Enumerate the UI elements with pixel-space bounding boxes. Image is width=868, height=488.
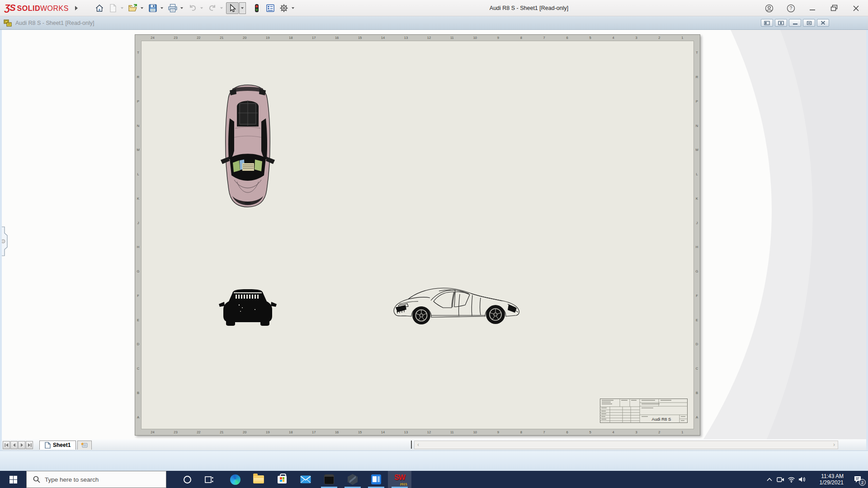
options-dropdown-caret[interactable] (292, 7, 294, 9)
save-button[interactable] (146, 2, 159, 14)
ruler-zone-label: H (135, 235, 141, 259)
solidworks-logo[interactable]: ƷS SOLID WORKS (5, 3, 69, 13)
minimize-icon (809, 5, 816, 11)
taskbar-app-store[interactable] (270, 471, 294, 488)
ruler-zone-label: P (135, 89, 141, 114)
title-block[interactable]: Audi R8 S (600, 399, 688, 423)
ruler-zone-label: B (694, 381, 700, 405)
first-sheet-button[interactable] (3, 441, 10, 449)
doc-restore-button[interactable] (803, 19, 815, 27)
select-tool-button[interactable] (226, 2, 239, 14)
taskbar-app-window[interactable] (364, 471, 388, 488)
scroll-right-arrow[interactable]: › (830, 441, 838, 449)
taskbar-app-command-prompt[interactable] (317, 471, 341, 488)
help-button[interactable]: ? (781, 1, 800, 15)
home-button[interactable] (93, 2, 106, 14)
undo-dropdown-caret[interactable] (200, 7, 203, 9)
drawing-view-front[interactable] (219, 286, 277, 328)
ruler-zone-label: 8 (509, 429, 533, 435)
minimize-button[interactable] (803, 1, 822, 15)
prev-sheet-icon (13, 443, 16, 447)
redo-button[interactable] (206, 2, 219, 14)
pane-right-button[interactable] (775, 19, 787, 27)
document-properties-button[interactable] (264, 2, 277, 14)
solidworks-window: ƷS SOLID WORKS (0, 0, 868, 488)
sheet-paper[interactable]: Audi R8 S (141, 41, 694, 429)
file-explorer-icon (253, 475, 264, 483)
cortana-button[interactable] (176, 471, 198, 488)
wifi-icon (788, 477, 795, 483)
close-icon (853, 5, 859, 12)
account-button[interactable] (760, 1, 778, 15)
close-button[interactable] (846, 1, 865, 15)
new-dropdown-caret[interactable] (121, 7, 123, 9)
open-button[interactable] (127, 2, 139, 14)
edge-icon (230, 474, 241, 485)
ruler-zone-label: 13 (394, 35, 417, 41)
account-icon (765, 4, 774, 13)
ruler-zone-label: 16 (326, 429, 349, 435)
search-input[interactable] (45, 476, 153, 483)
taskbar-search[interactable] (26, 471, 166, 488)
background-swoosh (676, 30, 866, 439)
titlebar: ƷS SOLID WORKS (0, 0, 868, 16)
last-sheet-button[interactable] (26, 441, 33, 449)
print-button[interactable] (166, 2, 179, 14)
ruler-zone-label: R (135, 65, 141, 89)
tab-scroll-splitter[interactable] (411, 441, 412, 449)
prev-sheet-button[interactable] (10, 441, 18, 449)
pane-left-button[interactable] (761, 19, 773, 27)
meet-now-button[interactable] (775, 471, 786, 488)
restore-button[interactable] (825, 1, 844, 15)
undo-icon (188, 4, 197, 12)
tray-expand-button[interactable] (764, 471, 775, 488)
document-title: Audi R8 S - Sheet1 [Read-only] (15, 20, 94, 26)
ruler-zone-label: 11 (440, 35, 463, 41)
drawing-view-side[interactable] (392, 284, 523, 329)
taskbar-clock[interactable]: 11:43 AM 1/29/2021 (810, 473, 844, 486)
rear-wheel (486, 305, 505, 324)
action-center-button[interactable]: 2 (847, 471, 868, 488)
traffic-light-button[interactable] (250, 2, 263, 14)
doc-close-button[interactable] (817, 19, 829, 27)
ruler-zone-label: 1 (671, 35, 694, 41)
undo-button[interactable] (186, 2, 199, 14)
ruler-zone-label: 8 (509, 35, 533, 41)
start-button[interactable] (0, 471, 26, 488)
drawing-view-top[interactable] (219, 83, 277, 211)
add-sheet-tab[interactable] (77, 441, 92, 450)
system-tray: 11:43 AM 1/29/2021 2 (764, 471, 868, 488)
taskbar-app-mail[interactable] (294, 471, 317, 488)
graphics-area[interactable]: 242322212019181716151413121110987654321 … (0, 30, 868, 439)
select-dropdown[interactable] (239, 2, 246, 14)
ruler-zone-label: G (135, 259, 141, 284)
new-document-button[interactable] (107, 2, 119, 14)
taskbar-app-hexagon[interactable] (341, 471, 364, 488)
menu-expand-arrow-icon[interactable] (75, 6, 78, 10)
drawing-sheet[interactable]: 242322212019181716151413121110987654321 … (135, 34, 700, 436)
tab-sheet1[interactable]: Sheet1 (39, 441, 76, 450)
task-view-button[interactable] (198, 471, 220, 488)
next-sheet-button[interactable] (18, 441, 25, 449)
ruler-zone-label: 22 (187, 429, 210, 435)
redo-dropdown-caret[interactable] (220, 7, 223, 9)
print-dropdown-caret[interactable] (180, 7, 183, 9)
taskbar-app-edge[interactable] (223, 471, 247, 488)
taskbar-app-file-explorer[interactable] (247, 471, 270, 488)
horizontal-scrollbar[interactable]: ‹ › (414, 441, 838, 449)
panel-expand-button[interactable] (1, 239, 5, 243)
brand-solid: SOLID (17, 5, 40, 13)
volume-button[interactable] (797, 471, 807, 488)
open-dropdown-caret[interactable] (141, 7, 143, 9)
sheet-ruler-left: TRPNMLKJHGFEDCBA (135, 41, 141, 429)
network-button[interactable] (786, 471, 797, 488)
doc-minimize-button[interactable] (789, 19, 801, 27)
ruler-zone-label: 4 (602, 429, 625, 435)
collapsed-panel-tab[interactable] (0, 224, 8, 258)
sheet-page-icon (45, 442, 51, 449)
save-dropdown-caret[interactable] (160, 7, 163, 9)
document-titlebar[interactable]: Audi R8 S - Sheet1 [Read-only] (0, 16, 868, 30)
taskbar-app-solidworks[interactable]: SW 2021 (388, 471, 411, 488)
options-button[interactable] (278, 2, 290, 14)
scroll-left-arrow[interactable]: ‹ (415, 441, 422, 449)
